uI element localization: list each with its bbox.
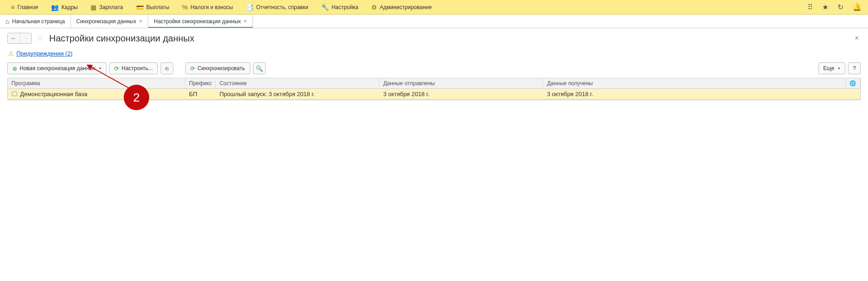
page-title: Настройки синхронизации данных — [49, 33, 853, 44]
page-header: ← → ☆ Настройки синхронизации данных × — [0, 28, 868, 48]
button-label: Настроить... — [121, 65, 153, 72]
nav-forward-button[interactable]: → — [20, 33, 31, 43]
top-menu-bar: ≡Главное 👥Кадры ▦Зарплата 💳Выплаты %Нало… — [0, 0, 868, 15]
tab-label: Синхронизация данных — [76, 18, 136, 25]
history-icon[interactable]: ↻ — [836, 1, 845, 13]
tab-home[interactable]: Начальная страница — [0, 15, 71, 28]
gear-refresh-icon: ⟳ — [114, 65, 119, 72]
plus-icon: ⊕ — [12, 65, 17, 72]
warning-icon: ⚠ — [8, 50, 14, 57]
new-sync-button[interactable]: ⊕Новая синхронизация данных — [7, 62, 106, 74]
button-label: Еще — [823, 65, 834, 72]
more-button[interactable]: Еще — [818, 62, 845, 74]
cell-prefix: БП — [185, 89, 216, 100]
annotation-number: 2 — [133, 91, 140, 101]
percent-icon: % — [182, 4, 187, 11]
sync-button[interactable]: ⟳Синхронизировать — [185, 62, 250, 74]
wrench-icon: 🔧 — [321, 4, 329, 11]
help-label: ? — [853, 65, 856, 72]
col-program[interactable]: Программа — [8, 78, 185, 89]
page-close-button[interactable]: × — [853, 32, 861, 44]
button-label: Синхронизировать — [197, 65, 245, 72]
col-received[interactable]: Данные получены — [543, 78, 846, 89]
sync-icon: ⟳ — [190, 65, 195, 72]
menu-vyplaty[interactable]: 💳Выплаты — [130, 0, 176, 15]
button-label: Новая синхронизация данных — [20, 65, 96, 72]
favorite-star-icon[interactable]: ☆ — [36, 33, 44, 43]
people-icon: 👥 — [51, 4, 59, 11]
menu-admin[interactable]: ⚙Администрирование — [365, 0, 438, 15]
nav-back-button[interactable]: ← — [8, 33, 20, 43]
action-toolbar: ⊕Новая синхронизация данных ⟳Настроить..… — [0, 59, 868, 78]
menu-label: Кадры — [61, 4, 78, 10]
search-refresh-icon: 🔍 — [256, 65, 263, 72]
menu-label: Налоги и взносы — [191, 4, 233, 10]
help-button[interactable]: ? — [848, 62, 861, 74]
menu-icon: ≡ — [11, 4, 15, 11]
close-icon[interactable]: × — [244, 18, 247, 25]
export-icon: ⎋ — [165, 65, 169, 72]
refresh-search-button[interactable]: 🔍 — [253, 62, 266, 74]
nav-buttons: ← → — [7, 33, 32, 44]
gear-icon: ⚙ — [371, 4, 377, 11]
bell-icon[interactable]: 🔔 — [851, 1, 863, 13]
menu-label: Зарплата — [99, 4, 123, 10]
tab-sync-settings[interactable]: Настройки синхронизации данных× — [148, 15, 253, 28]
menu-zarplata[interactable]: ▦Зарплата — [84, 0, 130, 15]
card-icon: 💳 — [136, 4, 144, 11]
menu-label: Главное — [17, 4, 38, 10]
col-status[interactable]: Состояние — [216, 78, 379, 89]
warnings-link[interactable]: Предупреждения (2) — [16, 50, 72, 57]
menu-label: Администрирование — [380, 4, 432, 10]
report-icon: 📑 — [246, 4, 253, 11]
grid-icon: ▦ — [91, 4, 96, 11]
menu-label: Выплаты — [146, 4, 170, 10]
menu-main[interactable]: ≡Главное — [5, 0, 45, 15]
configure-button[interactable]: ⟳Настроить... — [109, 62, 158, 74]
warnings-row: ⚠ Предупреждения (2) — [0, 48, 868, 59]
col-globe[interactable]: 🌐 — [846, 78, 860, 89]
cell-program: Демонстрационная база — [20, 91, 87, 97]
export-button[interactable]: ⎋ — [161, 62, 173, 74]
col-sent[interactable]: Данные отправлены — [379, 78, 543, 89]
close-icon[interactable]: × — [139, 18, 142, 25]
cell-status: Прошлый запуск: 3 октября 2018 г. — [216, 89, 379, 100]
tab-label: Начальная страница — [12, 18, 65, 25]
menu-kadry[interactable]: 👥Кадры — [45, 0, 84, 15]
tabs-bar: Начальная страница Синхронизация данных×… — [0, 15, 868, 28]
apps-icon[interactable]: ⠿ — [806, 1, 815, 13]
col-prefix[interactable]: Префикс — [185, 78, 216, 89]
monitor-icon: 🖵 — [11, 91, 17, 97]
star-icon[interactable]: ★ — [820, 1, 830, 13]
cell-received: 3 октября 2018 г. — [543, 89, 846, 100]
tab-label: Настройки синхронизации данных — [154, 18, 241, 25]
globe-icon: 🌐 — [849, 80, 856, 87]
tab-sync-data[interactable]: Синхронизация данных× — [71, 15, 148, 28]
menu-label: Настройка — [332, 4, 358, 10]
menu-nastroika[interactable]: 🔧Настройка — [315, 0, 365, 15]
cell-sent: 3 октября 2018 г. — [379, 89, 543, 100]
menu-label: Отчетность, справки — [256, 4, 308, 10]
menu-otchetnost[interactable]: 📑Отчетность, справки — [239, 0, 315, 15]
menu-nalogi[interactable]: %Налоги и взносы — [176, 0, 239, 15]
